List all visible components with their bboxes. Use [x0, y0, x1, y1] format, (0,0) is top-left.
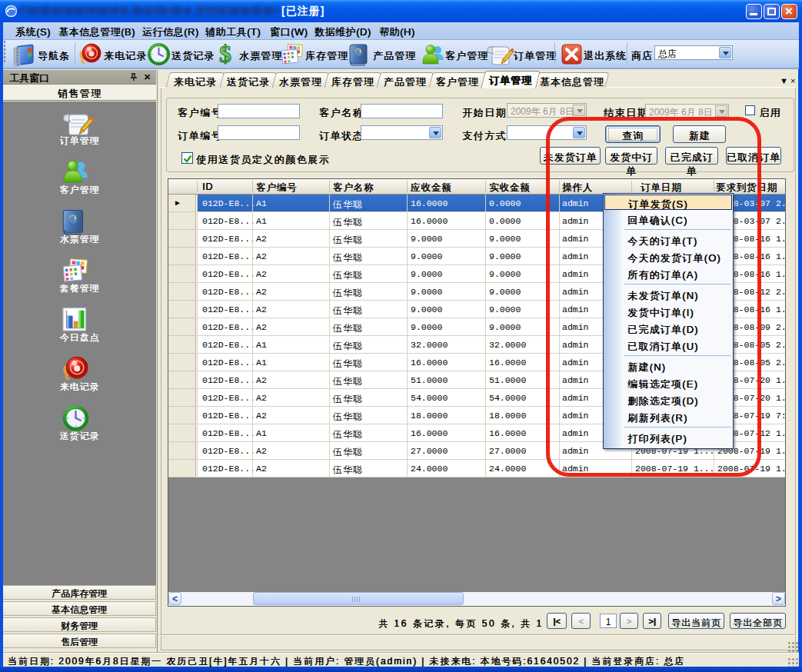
svg-text:$: $ — [219, 42, 231, 66]
